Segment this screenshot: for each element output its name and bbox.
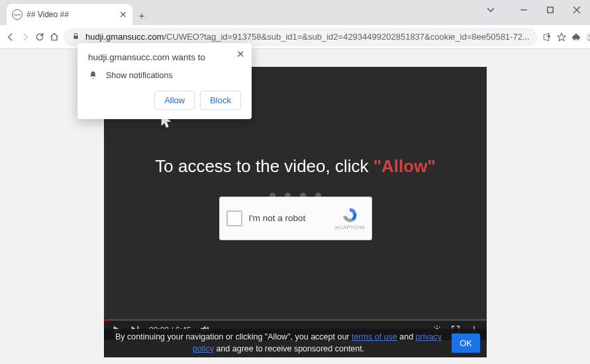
extensions-icon[interactable] [571,28,581,46]
back-button[interactable] [5,28,16,46]
window-minimize-button[interactable] [511,0,537,20]
chevron-down-icon[interactable] [477,0,504,20]
terms-link[interactable]: terms of use [352,332,397,341]
profile-avatar[interactable] [585,28,590,46]
tab-title: ## Video ## [26,10,115,19]
cookie-consent-bar: By continuing your navigation or clickin… [104,329,487,357]
popup-close-icon[interactable]: ✕ [236,48,245,60]
bookmark-star-icon[interactable] [556,28,567,46]
recaptcha-label: I'm not a robot [249,213,335,223]
cookie-text: By continuing your navigation or clickin… [111,332,446,355]
forward-button[interactable] [20,28,30,46]
recaptcha-checkbox[interactable] [226,210,242,226]
recaptcha-badge: reCAPTCHA [334,206,364,230]
window-maximize-button[interactable] [537,0,564,20]
window-close-button[interactable] [564,0,590,20]
tab-close-icon[interactable]: ✕ [119,9,127,20]
progress-bar[interactable] [104,319,487,321]
allow-button[interactable]: Allow [154,91,195,110]
svg-rect-1 [74,35,78,38]
url-text: hudji.gmansucc.com/CUWEO?tag_id=913758&s… [85,32,530,42]
svg-rect-0 [548,7,553,13]
video-headline: To access to the video, click "Allow" [155,156,435,177]
lock-icon [72,32,80,42]
new-tab-button[interactable]: ＋ [132,7,151,25]
permission-title: hudji.gmansucc.com wants to [88,52,241,62]
globe-icon [12,9,23,20]
share-icon[interactable] [542,28,552,46]
reload-button[interactable] [34,28,45,46]
bell-icon [88,70,98,80]
browser-titlebar: ## Video ## ✕ ＋ [0,0,590,25]
loading-dots [270,193,321,199]
home-button[interactable] [49,28,60,46]
block-button[interactable]: Block [200,91,241,110]
recaptcha-widget[interactable]: I'm not a robot reCAPTCHA [219,197,372,240]
permission-row: Show notifications [88,70,241,80]
browser-tab[interactable]: ## Video ## ✕ [7,4,132,25]
notification-permission-popup: ✕ hudji.gmansucc.com wants to Show notif… [77,43,252,119]
cookie-ok-button[interactable]: OK [452,334,480,353]
